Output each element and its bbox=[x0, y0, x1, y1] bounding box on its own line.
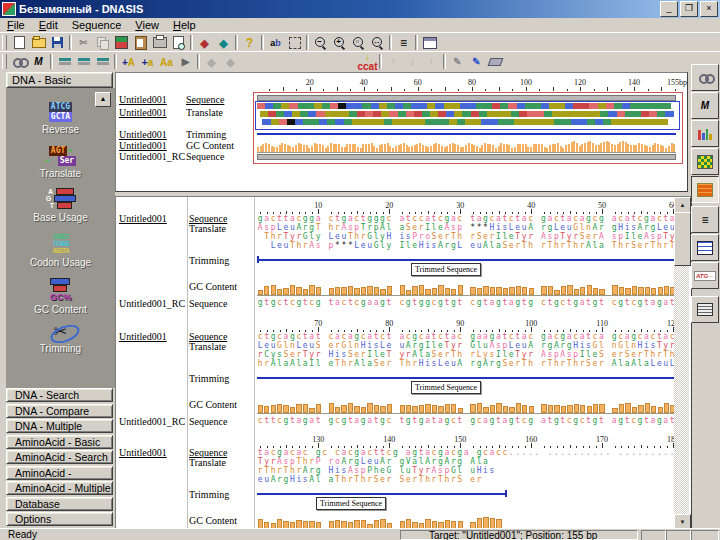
open-button[interactable] bbox=[29, 34, 48, 51]
overview-gc-bar bbox=[638, 143, 640, 152]
print-button[interactable] bbox=[150, 34, 169, 51]
print-preview-button[interactable] bbox=[169, 34, 188, 51]
sidebar-panel-options[interactable]: Options bbox=[6, 512, 113, 526]
maximize-button[interactable]: ❐ bbox=[680, 1, 698, 17]
save-button[interactable] bbox=[48, 34, 67, 51]
gc-baseline bbox=[257, 295, 676, 296]
layout-card-button[interactable] bbox=[420, 34, 439, 51]
sequence-name-link[interactable]: Untitled001 bbox=[119, 447, 167, 458]
sidebar-header[interactable]: DNA - Basic bbox=[6, 72, 113, 88]
gc-grid-view-button[interactable] bbox=[691, 176, 719, 203]
reverse-complement-button[interactable] bbox=[55, 53, 74, 70]
overview-name-link[interactable]: Untitled001 bbox=[119, 129, 167, 140]
translate-row[interactable]: euArgHisAl aThrThrSer SerThrThrS er bbox=[257, 475, 482, 485]
zoom-in-button[interactable]: + bbox=[330, 34, 349, 51]
new-button[interactable] bbox=[10, 34, 29, 51]
sidebar-scroll-up-button[interactable]: ▲ bbox=[95, 92, 111, 107]
zoom-out-button[interactable]: − bbox=[311, 34, 330, 51]
gc-bar bbox=[645, 403, 650, 413]
sidebar-panel-aminoacid-search[interactable]: AminoAcid - Search bbox=[6, 450, 113, 464]
sidebar-panel-aminoacid-basic[interactable]: AminoAcid - Basic bbox=[6, 435, 113, 449]
detail-pane[interactable]: Untitled001SequenceTranslateTrimmingGC C… bbox=[115, 196, 692, 530]
overview-gc-bar bbox=[546, 148, 548, 152]
rc-sequence-row[interactable]: gtgctcgtcg tactcgaagt cgtggcgtgt cgtagta… bbox=[257, 298, 675, 308]
help-button[interactable]: ? bbox=[240, 34, 259, 51]
paste-button[interactable] bbox=[131, 34, 150, 51]
letter-case-button[interactable]: ab bbox=[266, 34, 285, 51]
sidebar-tool-gc-content[interactable]: GC%GC Content bbox=[6, 278, 115, 315]
erase-button[interactable] bbox=[486, 53, 505, 70]
gc-bar bbox=[264, 286, 269, 295]
overview-pane[interactable]: Untitled001SequenceUntitled001TranslateU… bbox=[115, 72, 688, 192]
overview-name-link[interactable]: Untitled001 bbox=[119, 107, 167, 118]
sidebar-tool-label: Reverse bbox=[6, 124, 115, 135]
gc-bar bbox=[561, 286, 566, 295]
minimize-button[interactable]: _ bbox=[660, 1, 678, 17]
zoom-fit-button[interactable]: ↔ bbox=[368, 34, 387, 51]
menu-sequence[interactable]: Sequence bbox=[65, 19, 129, 32]
gc-bar bbox=[309, 408, 314, 413]
grid-view-button[interactable] bbox=[691, 234, 719, 261]
sidebar-tool-codon-usage[interactable]: CAGGTTCAGGAGGTACodon Usage bbox=[6, 234, 115, 268]
gc-bar bbox=[470, 404, 475, 413]
scrollbar-thumb[interactable] bbox=[674, 212, 691, 266]
sidebar-tool-base-usage[interactable]: AGTBase Usage bbox=[6, 188, 115, 223]
lowercase-button[interactable]: +a bbox=[138, 53, 157, 70]
edit-pencil-button[interactable]: ✎ bbox=[467, 53, 486, 70]
select-region-button[interactable] bbox=[285, 34, 304, 51]
translate-row[interactable]: hrAlaAlaIl eThrAlaSer ThrHisLeuA rgArgSe… bbox=[257, 359, 675, 369]
sidebar-panel-aminoacid-compare[interactable]: AminoAcid - Compare bbox=[6, 466, 113, 480]
sidebar-panel-dna-search[interactable]: DNA - Search bbox=[6, 388, 113, 402]
uppercase-button[interactable]: +A bbox=[119, 53, 138, 70]
sequence-name-link[interactable]: Untitled001 bbox=[119, 331, 167, 342]
line-view-button[interactable]: ≡ bbox=[691, 206, 719, 233]
sidebar-panel-database[interactable]: Database bbox=[6, 497, 113, 511]
next-feature-button[interactable]: ▶ bbox=[176, 53, 195, 70]
menu-edit[interactable]: Edit bbox=[32, 19, 65, 32]
codon-start-button[interactable]: ↓ccat bbox=[358, 53, 377, 70]
link-button[interactable] bbox=[10, 53, 29, 70]
sidebar-tool-translate[interactable]: AGT→→SerTranslate bbox=[6, 146, 115, 179]
complement-button[interactable] bbox=[93, 53, 112, 70]
table-view-button[interactable] bbox=[691, 296, 719, 323]
menu-file[interactable]: File bbox=[0, 19, 32, 32]
link-view-button[interactable] bbox=[691, 64, 719, 91]
overview-name-link[interactable]: Untitled001 bbox=[119, 140, 167, 151]
sidebar-tool-trimming[interactable]: ✂Trimming bbox=[6, 322, 115, 354]
gc-bar bbox=[458, 285, 463, 295]
toolbar-gripper[interactable] bbox=[2, 54, 7, 69]
sidebar-panel-dna-compare[interactable]: DNA - Compare bbox=[6, 404, 113, 418]
menu-help[interactable]: Help bbox=[166, 19, 203, 32]
overview-gc-bar bbox=[371, 143, 373, 152]
send-red-button[interactable]: ◆ bbox=[195, 34, 214, 51]
overview-track-label[interactable]: Sequence bbox=[186, 94, 224, 105]
gc-bar bbox=[438, 406, 443, 413]
close-button[interactable]: × bbox=[700, 1, 718, 17]
overview-rc-sequence-bar[interactable] bbox=[257, 154, 676, 160]
sequence-view-button[interactable]: ATG→ bbox=[691, 262, 719, 289]
overview-name-link[interactable]: Untitled001 bbox=[119, 94, 167, 105]
sequence-name-link[interactable]: Untitled001 bbox=[119, 213, 167, 224]
track-label-gc-content: GC Content bbox=[189, 515, 237, 526]
overview-gc-bar bbox=[476, 146, 478, 152]
line-spacing-button[interactable]: ≡ bbox=[394, 34, 413, 51]
case-swap-button[interactable]: Aa bbox=[157, 53, 176, 70]
sidebar-panel-aminoacid-multiple-sequence[interactable]: AminoAcid - Multiple Sequence bbox=[6, 481, 113, 495]
reverse-button[interactable] bbox=[74, 53, 93, 70]
paste-sequence-button[interactable] bbox=[112, 34, 131, 51]
feature-view-button[interactable] bbox=[691, 120, 719, 147]
annotate-button[interactable]: ✎ bbox=[448, 53, 467, 70]
overview-gc-bar bbox=[500, 143, 502, 152]
overview-ruler-tick bbox=[323, 89, 324, 91]
menu-view[interactable]: View bbox=[128, 19, 166, 32]
overview-gc-bar bbox=[279, 145, 281, 152]
zoom-area-button[interactable]: ▫ bbox=[349, 34, 368, 51]
rc-sequence-row[interactable]: cttcgtagat gcgtagatgc tgtgatagct gcagtag… bbox=[257, 416, 675, 426]
find-motif-button[interactable]: M bbox=[29, 53, 48, 70]
translate-row[interactable]: LeuThrAs p***LeuGly IleHisArgL euAlaSerT… bbox=[257, 241, 675, 251]
sidebar-panel-dna-multiple-sequence[interactable]: DNA - Multiple Sequence bbox=[6, 419, 113, 433]
map-view-button[interactable]: M bbox=[691, 92, 719, 119]
send-teal-button[interactable]: ◆ bbox=[214, 34, 233, 51]
mosaic-view-button[interactable] bbox=[691, 148, 719, 175]
toolbar-gripper[interactable] bbox=[2, 35, 7, 50]
